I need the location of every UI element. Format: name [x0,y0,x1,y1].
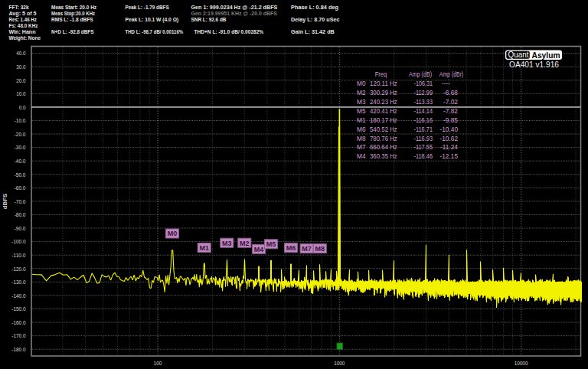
svg-text:-113.33: -113.33 [414,98,433,106]
svg-text:-7.02: -7.02 [443,98,458,106]
svg-text:420.41 Hz: 420.41 Hz [370,107,397,115]
svg-text:RMS L: -1.8 dBFS: RMS L: -1.8 dBFS [51,16,93,23]
svg-text:-10.0: -10.0 [15,117,26,124]
svg-text:THD+N L: -91.0 dB/ 0.00282%: THD+N L: -91.0 dB/ 0.00282% [194,28,264,35]
svg-text:M0: M0 [357,80,366,87]
svg-text:Amp (dB): Amp (dB) [409,70,432,78]
svg-text:-9.85: -9.85 [443,116,458,124]
svg-text:Asylum: Asylum [532,51,560,60]
svg-text:Phase L: 0.84 deg: Phase L: 0.84 deg [291,4,338,11]
svg-text:-114.14: -114.14 [414,107,433,115]
svg-text:M4: M4 [254,246,264,253]
svg-text:240.23 Hz: 240.23 Hz [370,98,397,106]
svg-text:M5: M5 [357,107,366,115]
svg-text:-117.55: -117.55 [414,143,433,151]
svg-text:Peak L: -1.79 dBFS: Peak L: -1.79 dBFS [126,4,169,11]
svg-text:M7: M7 [357,143,366,151]
svg-text:-170.0: -170.0 [11,332,25,339]
svg-text:M6: M6 [286,244,296,252]
svg-text:780.76 Hz: 780.76 Hz [370,135,397,142]
svg-text:-130.0: -130.0 [11,279,25,286]
svg-text:N+D L: -92.8 dBFS: N+D L: -92.8 dBFS [51,28,94,35]
svg-text:-40.0: -40.0 [15,158,26,165]
svg-text:-116.93: -116.93 [414,135,433,142]
svg-text:M3: M3 [357,98,366,106]
svg-text:-7.82: -7.82 [443,107,458,115]
svg-text:540.52 Hz: 540.52 Hz [370,126,397,133]
svg-text:-50.0: -50.0 [15,171,26,178]
svg-text:300.29 Hz: 300.29 Hz [370,89,397,96]
svg-text:M6: M6 [357,126,366,133]
svg-text:100: 100 [154,360,162,367]
svg-text:0.0: 0.0 [19,104,26,111]
svg-text:-10.62: -10.62 [439,135,458,142]
svg-text:180.17 Hz: 180.17 Hz [370,116,397,124]
svg-text:M8: M8 [315,245,325,253]
svg-text:M7: M7 [302,245,312,253]
svg-text:-80.0: -80.0 [15,211,26,218]
svg-text:OA401 v1.916: OA401 v1.916 [509,60,559,69]
svg-text:Quant: Quant [508,51,529,59]
svg-text:-106.31: -106.31 [414,80,433,87]
svg-text:Delay L: 8.70 uSec: Delay L: 8.70 uSec [291,16,340,23]
svg-text:M8: M8 [357,135,366,142]
svg-text:10.0: 10.0 [16,90,25,97]
svg-text:Peak L: 10.1 W (4.0 Ω): Peak L: 10.1 W (4.0 Ω) [126,16,179,23]
svg-text:-160.0: -160.0 [11,319,25,326]
svg-text:-140.0: -140.0 [11,292,25,299]
svg-text:SNR L: 92.6 dB: SNR L: 92.6 dB [191,16,227,23]
svg-text:Gain L: 31.42 dB: Gain L: 31.42 dB [291,28,335,35]
svg-text:30.0: 30.0 [16,64,25,70]
svg-text:THD L: -98.7 dB/ 0.00116%: THD L: -98.7 dB/ 0.00116% [126,28,184,35]
svg-text:360.35 Hz: 360.35 Hz [370,152,397,160]
svg-text:660.64 Hz: 660.64 Hz [370,143,397,151]
svg-text:-112.99: -112.99 [414,89,433,96]
svg-text:Weight: None: Weight: None [9,34,41,41]
svg-text:-180.0: -180.0 [11,346,25,353]
svg-text:-100.0: -100.0 [11,238,25,245]
svg-text:1000: 1000 [334,360,345,367]
svg-text:----: ---- [442,80,450,87]
svg-text:-116.71: -116.71 [414,126,433,133]
svg-text:Freq: Freq [375,70,387,78]
svg-text:M1: M1 [199,244,209,252]
svg-text:-10.40: -10.40 [439,126,458,133]
svg-text:-90.0: -90.0 [15,225,26,232]
svg-text:20.0: 20.0 [16,77,25,84]
svg-text:120.11 Hz: 120.11 Hz [370,80,397,87]
svg-text:M2: M2 [240,240,250,247]
svg-text:Amp (dBr): Amp (dBr) [439,70,464,78]
svg-text:M4: M4 [357,152,366,160]
svg-text:-118.46: -118.46 [414,152,433,160]
svg-text:-11.24: -11.24 [440,143,458,151]
svg-text:dBFS: dBFS [2,194,8,209]
svg-text:-30.0: -30.0 [15,144,26,151]
svg-text:-116.16: -116.16 [414,116,433,124]
svg-text:40.0: 40.0 [16,50,25,57]
svg-text:-6.68: -6.68 [443,89,458,96]
svg-text:M5: M5 [266,240,276,248]
svg-text:-12.15: -12.15 [439,152,458,160]
svg-text:-110.0: -110.0 [11,252,25,259]
svg-text:-60.0: -60.0 [15,184,26,191]
svg-text:10000: 10000 [514,360,528,367]
svg-text:-120.0: -120.0 [11,266,25,273]
svg-text:M3: M3 [222,240,232,247]
svg-text:-20.0: -20.0 [15,131,26,138]
svg-text:-70.0: -70.0 [15,198,26,205]
svg-text:M2: M2 [357,89,366,96]
svg-text:-150.0: -150.0 [11,305,25,312]
svg-text:M0: M0 [168,230,178,237]
svg-text:M1: M1 [357,116,366,124]
